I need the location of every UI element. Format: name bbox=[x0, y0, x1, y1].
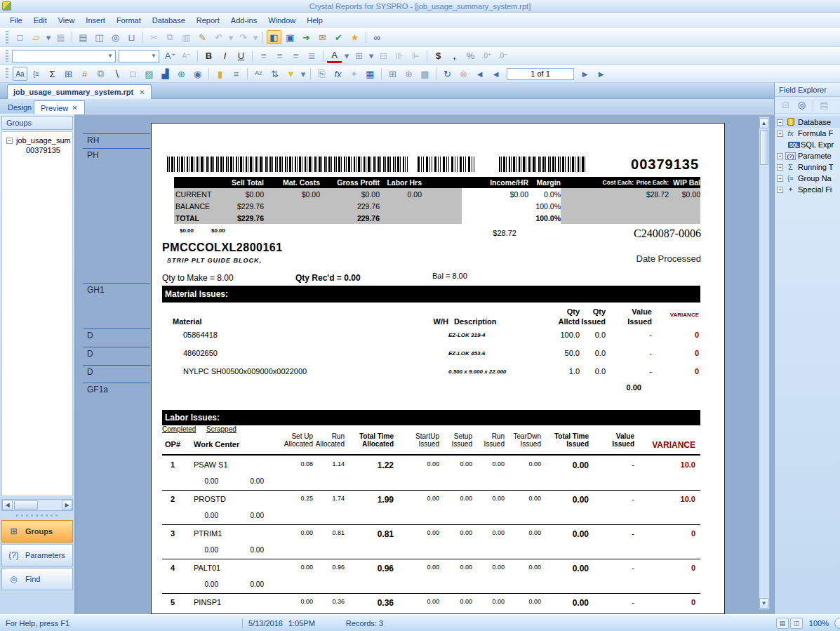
crosstab-expert-icon[interactable]: ⊞ bbox=[385, 67, 400, 81]
first-page-icon[interactable]: ◀ bbox=[472, 67, 487, 81]
insert-to-report-icon[interactable]: ⊟ bbox=[778, 98, 793, 112]
section-expert-icon[interactable]: ≡ bbox=[229, 67, 244, 81]
horizontal-scrollbar[interactable]: ◀ ▶ bbox=[1, 499, 73, 511]
expand-icon[interactable]: + bbox=[777, 187, 783, 193]
document-tab[interactable]: job_usage_summary_system.rpt ✕ bbox=[7, 84, 152, 99]
stop-icon[interactable]: ⊗ bbox=[456, 67, 471, 81]
copy-icon[interactable]: ⧉ bbox=[163, 30, 178, 44]
open-icon[interactable]: ▱ bbox=[29, 30, 44, 44]
clear-format-icon[interactable]: ⊟ bbox=[376, 49, 391, 63]
insert-line-icon[interactable]: ∖ bbox=[109, 67, 124, 81]
publish-web-icon[interactable]: ✉ bbox=[315, 30, 330, 44]
close-icon[interactable]: ✕ bbox=[72, 104, 77, 112]
browse-data-icon[interactable]: ◎ bbox=[794, 98, 809, 112]
bold-icon[interactable]: B bbox=[201, 49, 216, 63]
zoom-icon[interactable]: ◎ bbox=[108, 30, 123, 44]
thousands-icon[interactable]: , bbox=[447, 49, 462, 63]
menu-report[interactable]: Report bbox=[191, 14, 225, 27]
field-explorer-item-formulaf[interactable]: +fxFormula F bbox=[775, 128, 840, 139]
menu-file[interactable]: File bbox=[4, 14, 28, 27]
borders-dropdown-icon[interactable]: ▾ bbox=[368, 49, 375, 63]
insert-crosstab-icon[interactable]: ⊞ bbox=[61, 67, 76, 81]
record-sort-icon[interactable]: ⇅ bbox=[267, 67, 282, 81]
tab-design[interactable]: Design bbox=[1, 100, 38, 114]
find-icon[interactable]: ∞ bbox=[370, 30, 385, 44]
page-number-box[interactable]: 1 of 1 bbox=[507, 68, 574, 80]
toolbar-grip[interactable] bbox=[6, 31, 8, 44]
percent-icon[interactable]: % bbox=[463, 49, 478, 63]
highlighting-icon[interactable]: ✦ bbox=[347, 67, 361, 81]
scroll-up-icon[interactable]: ▲ bbox=[759, 118, 768, 128]
align-left-icon[interactable]: ≡ bbox=[256, 49, 271, 63]
group-tree-root[interactable]: − job_usage_sum bbox=[6, 136, 72, 145]
scroll-down-icon[interactable]: ▼ bbox=[759, 598, 768, 609]
menu-insert[interactable]: Insert bbox=[80, 14, 111, 27]
panel-button-find[interactable]: ◎Find bbox=[1, 568, 73, 590]
align-objects-icon[interactable]: ⊪ bbox=[392, 49, 407, 63]
group-tree-item[interactable]: 00379135 bbox=[26, 146, 72, 154]
expand-icon[interactable]: + bbox=[777, 131, 783, 137]
toggle-field-explorer-icon[interactable]: ◧ bbox=[267, 30, 281, 44]
menu-addins[interactable]: Add-ins bbox=[225, 14, 262, 27]
borders-icon[interactable]: ⊞ bbox=[352, 49, 366, 63]
database-expert-icon[interactable]: ▮ bbox=[213, 67, 227, 81]
format-painter-icon[interactable]: ✎ bbox=[195, 30, 210, 44]
tab-preview[interactable]: Preview ✕ bbox=[34, 100, 85, 114]
redo-dropdown-icon[interactable]: ▾ bbox=[252, 30, 259, 44]
font-size-combo[interactable]: ▼ bbox=[119, 50, 159, 62]
undo-dropdown-icon[interactable]: ▾ bbox=[227, 30, 234, 44]
grow-font-icon[interactable]: A⁺ bbox=[163, 49, 178, 63]
field-explorer-item-sqlexpr[interactable]: SQLSQL Expr bbox=[775, 139, 840, 150]
collapse-icon[interactable]: − bbox=[6, 138, 13, 144]
insert-group-icon[interactable]: {≡ bbox=[29, 67, 44, 81]
field-explorer-item-groupna[interactable]: +{≡Group Na bbox=[775, 173, 840, 184]
align-center-icon[interactable]: ≡ bbox=[272, 49, 287, 63]
save-icon[interactable]: ▦ bbox=[53, 30, 68, 44]
insert-text-object-icon[interactable]: Aa bbox=[13, 67, 27, 81]
export-stamp-icon[interactable]: ⊔ bbox=[124, 30, 139, 44]
check-dependency-icon[interactable]: ✔ bbox=[331, 30, 346, 44]
close-icon[interactable]: ✕ bbox=[139, 88, 145, 96]
field-explorer-item-database[interactable]: +Database bbox=[775, 117, 840, 128]
template-expert-icon[interactable]: ▩ bbox=[418, 67, 432, 81]
field-explorer-dialog-icon[interactable]: ▣ bbox=[283, 30, 298, 44]
page-layout-icon[interactable]: ▤ bbox=[776, 618, 789, 629]
expand-icon[interactable]: + bbox=[777, 153, 783, 159]
toolbar-grip[interactable] bbox=[6, 50, 8, 62]
insert-map-icon[interactable]: ⊕ bbox=[174, 67, 189, 81]
field-explorer-item-paramete[interactable]: +(?)Paramete bbox=[775, 150, 840, 161]
grid-icon[interactable]: ▦ bbox=[363, 67, 378, 81]
olap-expert-icon[interactable]: ⊕ bbox=[401, 67, 416, 81]
paste-icon[interactable]: ▥ bbox=[179, 30, 194, 44]
expand-icon[interactable]: + bbox=[777, 164, 783, 171]
menu-help[interactable]: Help bbox=[301, 14, 328, 27]
redo-icon[interactable]: ↷ bbox=[236, 30, 251, 44]
print-icon[interactable]: ▤ bbox=[76, 30, 91, 44]
add-decimal-icon[interactable]: .0⁺ bbox=[479, 49, 494, 63]
select-dropdown-icon[interactable]: ▾ bbox=[300, 67, 307, 81]
insert-box-icon[interactable]: □ bbox=[126, 67, 140, 81]
select-expert-icon[interactable]: ▼ bbox=[284, 67, 298, 81]
scroll-right-icon[interactable]: ▶ bbox=[62, 500, 72, 510]
panel-button-groups[interactable]: ⊞Groups bbox=[1, 520, 73, 543]
toolbar-grip[interactable] bbox=[6, 68, 8, 80]
export-icon[interactable]: ➔ bbox=[299, 30, 314, 44]
currency-icon[interactable]: $ bbox=[431, 49, 446, 63]
field-explorer-item-runningt[interactable]: +ΣRunning T bbox=[775, 161, 840, 173]
shrink-font-icon[interactable]: A⁺ bbox=[179, 49, 194, 63]
formula-workshop-icon[interactable]: fx bbox=[331, 67, 345, 81]
last-page-icon[interactable]: ▶ bbox=[594, 67, 608, 81]
prev-page-icon[interactable]: ◀ bbox=[488, 67, 503, 81]
field-explorer-item-specialfi[interactable]: +✦Special Fi bbox=[775, 184, 840, 195]
refresh-icon[interactable]: ↻ bbox=[440, 67, 455, 81]
menu-window[interactable]: Window bbox=[262, 14, 301, 27]
web-layout-icon[interactable]: ◫ bbox=[790, 618, 803, 629]
scrollbar-thumb[interactable] bbox=[760, 130, 768, 165]
panel-button-parameters[interactable]: (?)Parameters bbox=[1, 544, 73, 566]
next-page-icon[interactable]: ▶ bbox=[578, 67, 592, 81]
undo-icon[interactable]: ↶ bbox=[211, 30, 226, 44]
open-dropdown-icon[interactable]: ▾ bbox=[45, 30, 52, 44]
expand-icon[interactable]: + bbox=[777, 119, 783, 126]
menu-format[interactable]: Format bbox=[111, 14, 147, 27]
scrollbar-thumb[interactable] bbox=[14, 500, 38, 510]
